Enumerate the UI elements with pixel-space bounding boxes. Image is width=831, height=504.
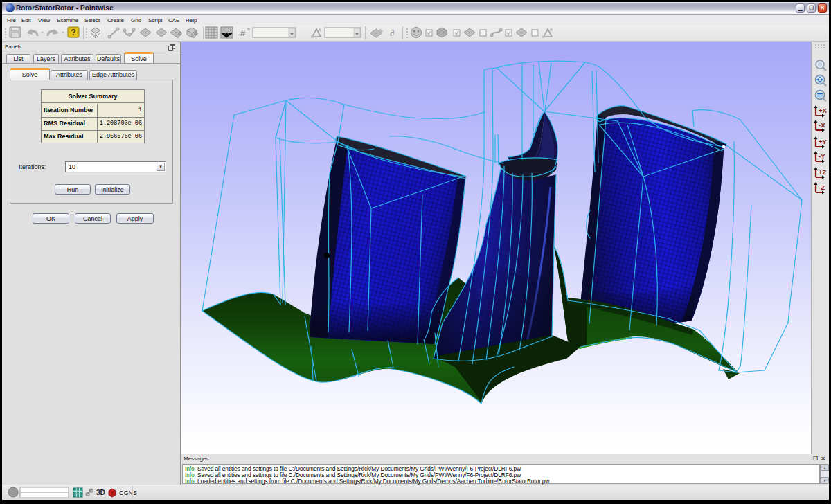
svg-text:-Y: -Y	[819, 152, 825, 160]
svg-text:3D: 3D	[96, 489, 105, 496]
svg-text:-Z: -Z	[819, 183, 825, 191]
svg-text:CGNS: CGNS	[119, 489, 137, 496]
svg-text:#: #	[240, 28, 246, 38]
svg-text:+Y: +Y	[819, 138, 828, 145]
svg-text:+Z: +Z	[819, 168, 827, 176]
svg-text:?: ?	[71, 28, 75, 37]
svg-text:-X: -X	[819, 121, 825, 129]
svg-text:+X: +X	[819, 107, 828, 114]
svg-text:∂: ∂	[390, 28, 394, 38]
